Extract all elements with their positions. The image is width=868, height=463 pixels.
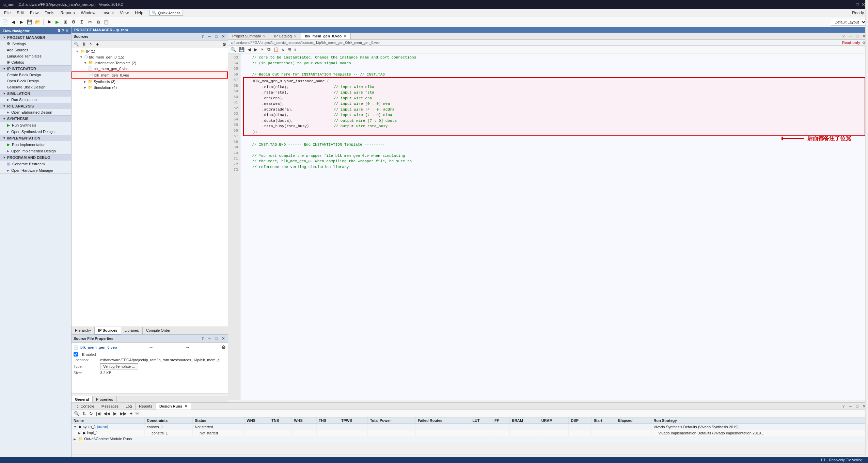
flow-item-open-block-design[interactable]: Open Block Design xyxy=(0,78,71,84)
tab-libraries[interactable]: Libraries xyxy=(121,327,143,334)
section-implementation-title[interactable]: ▼ IMPLEMENTATION xyxy=(0,135,71,141)
flow-nav-help-icon[interactable]: ? xyxy=(62,29,64,33)
editor-help-btn[interactable]: ? xyxy=(841,33,846,39)
bottom-hscrollbar[interactable] xyxy=(72,454,868,457)
flow-item-run-synthesis[interactable]: ▶ Run Synthesis xyxy=(0,122,71,129)
flow-item-ip-catalog[interactable]: IP Catalog xyxy=(0,59,71,65)
runs-prev-btn[interactable]: ◀◀ xyxy=(102,411,111,416)
tree-item-blk-mem-gen[interactable]: ▼ ⬡ blk_mem_gen_0 (15) xyxy=(72,54,228,60)
layout-select[interactable]: Default Layout xyxy=(831,19,867,26)
sources-close-btn[interactable]: ✕ xyxy=(220,34,226,39)
tab-ip-catalog[interactable]: IP Catalog ✕ xyxy=(270,33,301,39)
new-file-button[interactable]: 📄 xyxy=(1,18,9,26)
props-minimize-btn[interactable]: ─ xyxy=(207,336,212,341)
tab-ip-catalog-close[interactable]: ✕ xyxy=(294,34,297,38)
back-button[interactable]: ◀ xyxy=(10,18,17,26)
open-button[interactable]: 📂 xyxy=(34,18,42,26)
ed-info-btn[interactable]: ℹ xyxy=(293,47,297,52)
tab-tcl-console[interactable]: Tcl Console xyxy=(72,403,98,410)
prop-scrollbar[interactable] xyxy=(72,393,228,396)
section-program-debug-title[interactable]: ▼ PROGRAM AND DEBUG xyxy=(0,154,71,161)
runs-add-btn[interactable]: + xyxy=(129,411,133,416)
flow-item-open-elaborated-design[interactable]: ▶ Open Elaborated Design xyxy=(0,109,71,115)
tab-compile-order[interactable]: Compile Order xyxy=(143,327,174,334)
ed-forward-btn[interactable]: ▶ xyxy=(253,47,258,52)
menu-file[interactable]: File xyxy=(1,10,13,16)
menu-view[interactable]: View xyxy=(117,10,131,16)
section-synthesis-title[interactable]: ▼ SYNTHESIS xyxy=(0,116,71,122)
prop-forward-btn[interactable]: → xyxy=(185,345,190,350)
prop-back-btn[interactable]: ← xyxy=(148,345,153,350)
bottom-maximize-btn[interactable]: □ xyxy=(854,403,860,409)
prop-type-dots-btn[interactable]: ... xyxy=(132,364,135,368)
save-button[interactable]: 💾 xyxy=(26,18,33,26)
sources-add-btn[interactable]: + xyxy=(95,41,100,47)
menu-help[interactable]: Help xyxy=(132,10,146,16)
props-close-btn[interactable]: ✕ xyxy=(220,336,226,341)
sources-search-btn[interactable]: 🔍 xyxy=(73,42,80,47)
sources-maximize-btn[interactable]: □ xyxy=(214,34,219,39)
ed-table-btn[interactable]: ⊞ xyxy=(286,47,292,52)
section-ip-integrator-title[interactable]: ▼ IP INTEGRATOR xyxy=(0,66,71,72)
table-row-oc[interactable]: ▶ 📁 Out-of-Context Module Runs xyxy=(72,436,868,442)
flow-item-language-templates[interactable]: Language Templates xyxy=(0,53,71,59)
cut-button[interactable]: ✂ xyxy=(86,18,94,26)
close-button[interactable]: ✕ xyxy=(862,2,865,7)
section-simulation-title[interactable]: ▼ SIMULATION xyxy=(0,90,71,97)
tree-item-vho-file[interactable]: 📄 blk_mem_gen_0.vho xyxy=(72,66,228,71)
prop-gear-btn[interactable]: ⚙ xyxy=(221,345,226,350)
code-editor[interactable]: 5354555657585960616263646566676869707172… xyxy=(228,53,868,400)
runs-collapse-btn[interactable]: ⇅ xyxy=(81,411,87,416)
ed-back-btn[interactable]: ◀ xyxy=(247,47,252,52)
paste-button[interactable]: 📋 xyxy=(102,18,110,26)
menu-window[interactable]: Window xyxy=(78,10,98,16)
editor-vscrollbar[interactable] xyxy=(865,33,868,402)
menu-layout[interactable]: Layout xyxy=(99,10,116,16)
runs-percent-btn[interactable]: % xyxy=(135,411,141,416)
tab-hierarchy[interactable]: Hierarchy xyxy=(72,327,95,334)
tab-veo-file[interactable]: blk_mem_gen_0.veo ✕ xyxy=(301,33,351,39)
ed-paste-btn[interactable]: 📋 xyxy=(272,47,280,52)
editor-hscrollbar[interactable] xyxy=(228,400,868,402)
sources-refresh-btn[interactable]: ↻ xyxy=(88,42,94,47)
section-rtl-analysis-title[interactable]: ▼ RTL ANALYSIS xyxy=(0,103,71,109)
ed-save-btn[interactable]: 💾 xyxy=(238,47,246,52)
menu-reports[interactable]: Reports xyxy=(58,10,77,16)
prop-enabled-checkbox[interactable] xyxy=(74,352,78,357)
tab-design-runs[interactable]: Design Runs ✕ xyxy=(156,403,191,410)
oc-expand-tri[interactable]: ▶ xyxy=(74,437,76,441)
sources-gear-btn[interactable]: ⚙ xyxy=(222,42,226,47)
ed-search-btn[interactable]: 🔍 xyxy=(230,47,237,52)
quick-access-bar[interactable]: 🔍 Quick Access xyxy=(149,10,183,16)
tree-item-instantiation-template[interactable]: ▼ 📂 Instantiation Template (2) xyxy=(72,60,228,66)
stop-button[interactable]: ✖ xyxy=(45,18,53,26)
tab-log[interactable]: Log xyxy=(122,403,136,410)
runs-search-btn[interactable]: 🔍 xyxy=(73,411,80,416)
runs-first-btn[interactable]: |◀ xyxy=(95,411,101,416)
menu-flow[interactable]: Flow xyxy=(27,10,41,16)
flow-nav-pin-icon[interactable]: ⇅ xyxy=(57,29,60,33)
bottom-help-btn[interactable]: ? xyxy=(841,403,846,409)
settings-button[interactable]: ⚙ xyxy=(70,18,77,26)
tab-reports[interactable]: Reports xyxy=(136,403,156,410)
tab-messages[interactable]: Messages xyxy=(98,403,122,410)
tree-item-veo-file[interactable]: 📄 blk_mem_gen_0.veo xyxy=(72,71,228,79)
ed-cut-btn[interactable]: ✂ xyxy=(259,47,265,52)
section-project-manager-title[interactable]: ▼ PROJECT MANAGER xyxy=(0,34,71,40)
flow-item-open-implemented-design[interactable]: ▶ Open Implemented Design xyxy=(0,148,71,154)
forward-button[interactable]: ▶ xyxy=(18,18,25,26)
props-help-btn[interactable]: ? xyxy=(200,336,205,341)
copy-button[interactable]: ⧉ xyxy=(94,18,102,26)
tab-veo-close[interactable]: ✕ xyxy=(344,34,346,38)
flow-item-settings[interactable]: ⚙ Settings xyxy=(0,40,71,47)
table-row-impl[interactable]: ▶ ▶ impl_1 constrs_1 Not started xyxy=(72,430,868,436)
sum-button[interactable]: Σ xyxy=(78,18,85,26)
flow-item-open-synthesized-design[interactable]: ▶ Open Synthesized Design xyxy=(0,129,71,135)
flow-item-generate-block-design[interactable]: Generate Block Design xyxy=(0,84,71,90)
editor-minimize-btn[interactable]: ─ xyxy=(848,33,853,39)
design-runs-tab-close[interactable]: ✕ xyxy=(185,404,187,408)
sources-minimize-btn[interactable]: ─ xyxy=(207,34,212,39)
editor-settings-icon[interactable]: ⚙ xyxy=(862,41,865,45)
prop-tab-properties[interactable]: Properties xyxy=(93,396,117,402)
impl-expand-tri[interactable]: ▶ xyxy=(78,431,81,435)
